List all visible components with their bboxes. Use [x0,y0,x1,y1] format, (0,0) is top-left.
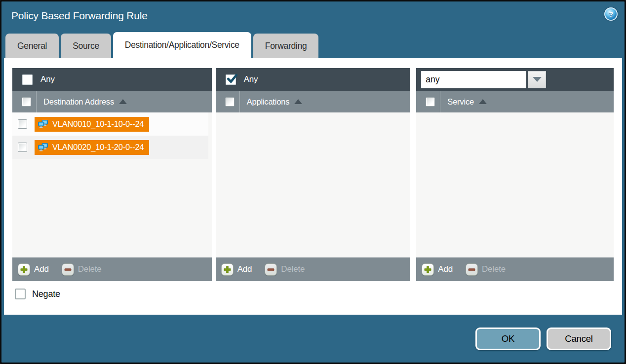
dialog-title: Policy Based Forwarding Rule [11,10,148,22]
row-checkbox[interactable] [18,143,27,152]
applications-any-checkbox[interactable] [226,74,236,85]
chevron-down-icon [533,77,542,82]
list-item[interactable]: VLAN0020_10-1-20-0--24 [12,136,208,159]
sort-ascending-icon [119,99,127,104]
service-panel: Service Add Delete [416,68,614,281]
sort-ascending-icon [479,99,487,104]
plus-icon [18,263,30,276]
service-delete-button[interactable]: Delete [466,263,506,276]
destination-add-button[interactable]: Add [18,263,49,276]
tab-forwarding[interactable]: Forwarding [253,34,319,58]
tab-general[interactable]: General [5,34,59,58]
service-dropdown [421,71,546,88]
negate-label: Negate [32,289,60,299]
dialog-footer: OK Cancel [1,315,625,363]
cancel-button[interactable]: Cancel [547,328,611,350]
service-column-header[interactable]: Service [416,91,614,112]
content-panel: Any Destination Address [4,58,622,315]
checkmark-icon [227,73,237,84]
address-tag[interactable]: VLAN0020_10-1-20-0--24 [35,140,149,155]
address-tag[interactable]: VLAN0010_10-1-10-0--24 [35,117,149,132]
service-select-all-checkbox[interactable] [426,97,435,107]
service-dropdown-bar [416,68,614,91]
columns-container: Any Destination Address [12,68,614,281]
applications-list [216,112,410,257]
service-add-button[interactable]: Add [422,263,453,276]
destination-delete-button[interactable]: Delete [62,263,102,276]
ok-button[interactable]: OK [475,328,541,350]
header-divider [36,91,37,112]
sort-ascending-icon [294,99,302,104]
destination-actions-bar: Add Delete [12,257,212,281]
service-actions-bar: Add Delete [416,257,614,281]
destination-any-label: Any [40,74,55,84]
applications-actions-bar: Add Delete [216,257,410,281]
policy-based-forwarding-dialog: Policy Based Forwarding Rule ? General S… [0,0,626,364]
service-dropdown-arrow-button[interactable] [528,71,546,88]
destination-select-all-checkbox[interactable] [22,97,31,107]
applications-select-all-checkbox[interactable] [225,97,235,107]
applications-column-header[interactable]: Applications [216,91,410,112]
service-dropdown-input[interactable] [421,71,526,88]
destination-header-label: Destination Address [43,97,114,107]
service-list [416,112,614,257]
destination-address-list: VLAN0010_10-1-10-0--24 [12,112,212,257]
destination-any-checkbox[interactable] [22,74,33,85]
network-address-icon [38,120,49,129]
minus-icon [265,263,277,276]
dialog-titlebar: Policy Based Forwarding Rule ? [1,1,625,32]
minus-icon [466,263,478,276]
help-icon[interactable]: ? [604,7,618,21]
negate-row: Negate [12,289,614,299]
service-header-label: Service [447,97,474,107]
tab-bar: General Source Destination/Application/S… [5,32,318,58]
minus-icon [62,263,74,276]
tab-destination-application-service[interactable]: Destination/Application/Service [113,32,251,58]
address-tag-label: VLAN0010_10-1-10-0--24 [52,119,144,129]
address-tag-label: VLAN0020_10-1-20-0--24 [52,143,144,152]
applications-header-label: Applications [247,97,290,107]
plus-icon [422,263,434,276]
plus-icon [221,263,234,276]
header-divider [239,91,240,112]
destination-address-column-header[interactable]: Destination Address [12,91,212,112]
applications-delete-button[interactable]: Delete [265,263,305,276]
header-divider [440,91,440,112]
list-item[interactable]: VLAN0010_10-1-10-0--24 [12,112,208,136]
applications-any-bar: Any [216,68,410,91]
row-checkbox[interactable] [18,119,27,129]
tab-source[interactable]: Source [61,34,111,58]
applications-add-button[interactable]: Add [221,263,252,276]
applications-any-label: Any [244,74,258,84]
applications-panel: Any Applications Add [216,68,410,281]
network-address-icon [38,143,49,152]
negate-checkbox[interactable] [15,289,26,299]
destination-address-panel: Any Destination Address [12,68,212,281]
destination-any-bar: Any [12,68,212,91]
